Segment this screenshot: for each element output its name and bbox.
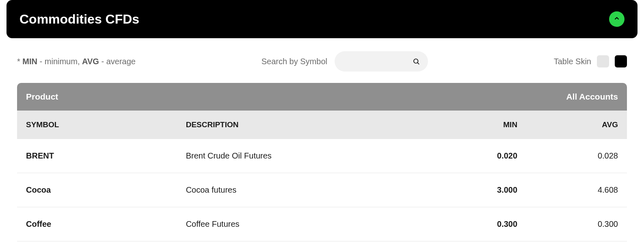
cell-description: Cocoa futures [186,185,423,195]
col-header-description[interactable]: DESCRIPTION [186,120,423,129]
cell-description: Brent Crude Oil Futures [186,151,423,161]
table: Product All Accounts SYMBOL DESCRIPTION … [6,83,638,241]
search-group: Search by Symbol [261,51,428,72]
cell-symbol: Cocoa [26,185,186,195]
search-input[interactable] [335,51,428,72]
legend-text: * MIN - minimum, AVG - average [17,57,136,66]
group-header-accounts: All Accounts [566,92,618,102]
cell-min: 0.020 [423,151,517,161]
legend-avg-abbr: AVG [82,57,99,66]
group-header-row: Product All Accounts [17,83,627,111]
page-title: Commodities CFDs [19,12,139,27]
cell-description: Coffee Futures [186,219,423,229]
section-header: Commodities CFDs [6,0,638,38]
cell-avg: 0.028 [517,151,618,161]
col-header-symbol[interactable]: SYMBOL [26,120,186,129]
table-skin-group: Table Skin [554,55,627,67]
column-header-row: SYMBOL DESCRIPTION MIN AVG [17,111,627,139]
cell-symbol: Coffee [26,219,186,229]
controls-row: * MIN - minimum, AVG - average Search by… [6,48,638,83]
col-header-avg[interactable]: AVG [517,120,618,129]
cell-avg: 0.300 [517,219,618,229]
group-header-product: Product [26,92,58,102]
cell-avg: 4.608 [517,185,618,195]
table-row[interactable]: CoffeeCoffee Futures0.3000.300 [17,207,627,241]
table-row[interactable]: CocoaCocoa futures3.0004.608 [17,173,627,207]
table-skin-label: Table Skin [554,57,591,66]
col-header-min[interactable]: MIN [423,120,517,129]
cell-symbol: BRENT [26,151,186,161]
chevron-up-icon [614,15,620,23]
legend-avg-text: - average [99,57,136,66]
search-field-wrap [335,51,428,72]
legend-prefix: * [17,57,22,66]
skin-dark-swatch[interactable] [615,55,627,67]
search-label: Search by Symbol [261,57,327,66]
collapse-button[interactable] [609,11,625,27]
skin-light-swatch[interactable] [597,55,609,67]
legend-min-abbr: MIN [22,57,37,66]
cell-min: 0.300 [423,219,517,229]
table-row[interactable]: BRENTBrent Crude Oil Futures0.0200.028 [17,139,627,173]
legend-min-text: - minimum, [37,57,82,66]
cell-min: 3.000 [423,185,517,195]
